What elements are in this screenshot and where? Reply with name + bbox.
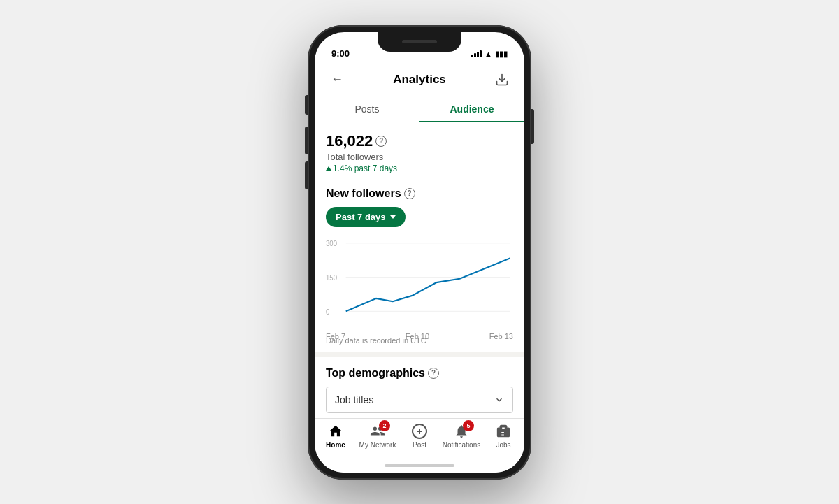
chart-x-labels: Feb 7 Feb 10 Feb 13: [326, 329, 513, 343]
download-icon: [495, 73, 509, 87]
home-icon: [327, 423, 344, 440]
growth-value: 1.4% past 7 days: [333, 164, 397, 173]
line-chart: 300 150 0 Feb 7 Feb 10 Feb 13: [326, 236, 513, 326]
demographics-section: Top demographics ? Job titles Recruiter …: [315, 357, 524, 418]
nav-label-post: Post: [413, 441, 426, 449]
home-indicator: [315, 459, 524, 473]
signal-icon: [471, 50, 482, 57]
nav-item-notifications[interactable]: 5 Notifications: [440, 423, 482, 449]
nav-label-home: Home: [326, 441, 345, 449]
nav-item-network[interactable]: 2 My Network: [357, 423, 399, 449]
new-followers-title: New followers ?: [326, 187, 513, 200]
nav-label-network: My Network: [359, 441, 396, 449]
followers-label: Total followers: [326, 152, 513, 162]
power-button: [531, 109, 534, 144]
notifications-badge: 5: [463, 420, 474, 431]
tab-posts[interactable]: Posts: [315, 96, 420, 122]
demographics-title: Top demographics ?: [326, 367, 513, 380]
section-divider: [315, 352, 524, 357]
network-badge: 2: [379, 420, 390, 431]
content-area[interactable]: 16,022 ? Total followers 1.4% past 7 day…: [315, 122, 524, 418]
chart-line: [346, 258, 510, 311]
nav-label-notifications: Notifications: [443, 441, 480, 449]
tabs: Posts Audience: [315, 96, 524, 122]
nav-item-jobs[interactable]: Jobs: [482, 423, 524, 449]
demographics-info-icon[interactable]: ?: [428, 368, 439, 379]
nav-item-home[interactable]: Home: [315, 423, 357, 449]
home-bar: [385, 464, 454, 467]
phone-frame: 9:00 ▲ ▮▮▮ ← Analytics: [308, 25, 531, 480]
followers-section: 16,022 ? Total followers 1.4% past 7 day…: [315, 122, 524, 180]
back-button[interactable]: ←: [326, 69, 348, 91]
page-title: Analytics: [393, 73, 446, 87]
period-selector-button[interactable]: Past 7 days: [326, 207, 406, 227]
svg-text:150: 150: [326, 273, 337, 282]
notch: [378, 32, 461, 52]
demographics-dropdown[interactable]: Job titles: [326, 387, 513, 413]
network-icon: 2: [369, 423, 386, 440]
followers-count-row: 16,022 ?: [326, 132, 513, 150]
nav-label-jobs: Jobs: [496, 441, 510, 449]
chart-svg: 300 150 0: [326, 236, 513, 326]
wifi-icon: ▲: [485, 50, 492, 58]
status-time: 9:00: [331, 48, 350, 59]
chevron-down-icon: [390, 215, 396, 219]
post-icon: [411, 423, 428, 440]
speaker: [402, 40, 437, 43]
phone-screen: 9:00 ▲ ▮▮▮ ← Analytics: [315, 32, 524, 473]
chart-area: 300 150 0 Feb 7 Feb 10 Feb 13: [315, 236, 524, 333]
volume-down-button: [305, 161, 308, 189]
new-followers-info-icon[interactable]: ?: [404, 188, 415, 199]
nav-item-post[interactable]: Post: [399, 423, 440, 449]
svg-text:300: 300: [326, 239, 337, 247]
volume-up-button: [305, 127, 308, 154]
notifications-icon: 5: [453, 423, 470, 440]
followers-growth: 1.4% past 7 days: [326, 164, 513, 173]
followers-count-value: 16,022: [326, 132, 373, 150]
new-followers-section: New followers ? Past 7 days: [315, 180, 524, 233]
bottom-navigation: Home 2 My Network: [315, 418, 524, 459]
app-header: ← Analytics: [315, 63, 524, 96]
svg-text:0: 0: [326, 308, 330, 316]
battery-icon: ▮▮▮: [495, 50, 508, 59]
growth-arrow-icon: [326, 166, 331, 171]
silent-button: [305, 95, 308, 115]
followers-info-icon[interactable]: ?: [375, 136, 387, 147]
download-button[interactable]: [491, 69, 513, 91]
tab-audience[interactable]: Audience: [420, 96, 524, 122]
dropdown-chevron-icon: [494, 395, 504, 405]
status-icons: ▲ ▮▮▮: [471, 50, 508, 59]
jobs-icon: [495, 423, 512, 440]
